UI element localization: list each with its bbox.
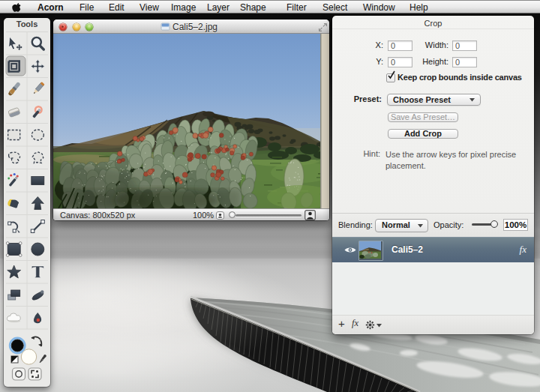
svg-text:Tools: Tools [16, 19, 38, 28]
